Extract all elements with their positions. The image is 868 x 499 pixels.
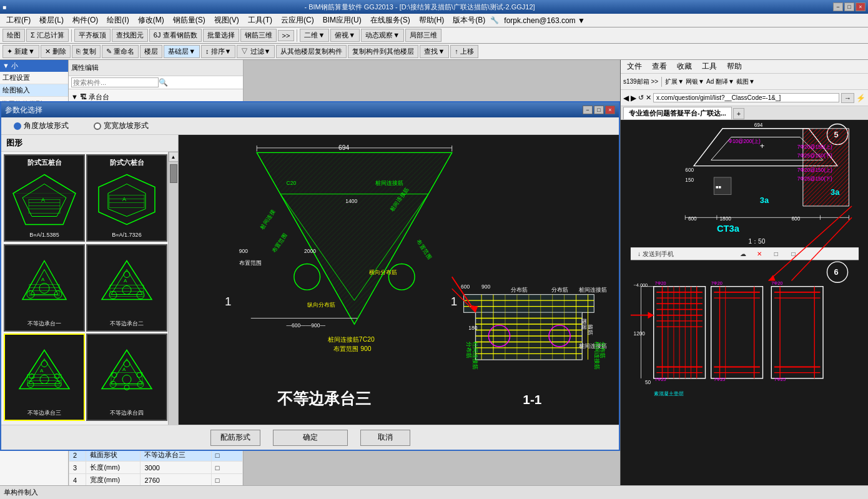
menu-item-online[interactable]: 在线服务(S)	[367, 14, 414, 27]
svg-text:C20: C20	[287, 180, 297, 186]
svg-text:素混凝土垫层: 素混凝土垫层	[654, 391, 684, 397]
shape-thumb-6[interactable]: A 不等边承台四	[86, 333, 167, 421]
shape-thumb-2[interactable]: 阶式六桩台 A B=A/1.7326	[86, 154, 167, 242]
shape-thumb-1[interactable]: 阶式五桩台 A	[4, 154, 85, 242]
minimize-button[interactable]: −	[833, 2, 843, 11]
close-button[interactable]: ×	[856, 2, 866, 11]
prop-row-4-value[interactable]: 2760	[141, 474, 211, 487]
menu-item-tools[interactable]: 工具(T)	[244, 14, 276, 27]
menu-item-draw[interactable]: 绘图(I)	[103, 14, 132, 27]
dialog-maximize-button[interactable]: □	[594, 106, 604, 114]
menu-item-user[interactable]: forpk.chen@163.com ▼	[500, 15, 588, 26]
browser-new-tab[interactable]: +	[733, 108, 744, 119]
tb-local-3d[interactable]: 局部三维	[405, 29, 441, 42]
browser-screenshot[interactable]: 截图▼	[736, 77, 755, 86]
menu-item-bim[interactable]: BIM应用(U)	[319, 14, 365, 27]
tb-rebar-view[interactable]: 6J 查看钢筋数	[149, 29, 202, 42]
browser-address-input[interactable]	[653, 93, 839, 102]
tb-top-view[interactable]: 俯视▼	[330, 29, 360, 42]
menu-item-cloud[interactable]: 云应用(C)	[277, 14, 318, 27]
menu-item-view[interactable]: 视图(V)	[210, 14, 243, 27]
radio-width-slope[interactable]: 宽宽放坡形式	[94, 121, 149, 131]
tb-new[interactable]: ✦ 新建▼	[2, 45, 39, 58]
svg-text:180: 180	[468, 325, 477, 331]
browser-menu-bookmarks[interactable]: 收藏	[673, 60, 696, 73]
config-rebar-button[interactable]: 配筋形式	[210, 430, 260, 446]
tb-more[interactable]: >>	[278, 30, 295, 41]
ok-button[interactable]: 确定	[273, 430, 348, 446]
scroll-up[interactable]: ▲	[169, 152, 179, 162]
browser-menu-view[interactable]: 查看	[648, 60, 671, 73]
left-item-project-settings[interactable]: 工程设置	[0, 72, 68, 84]
shapes-scrollbar[interactable]: ▲ ▼	[168, 152, 178, 425]
tb-3d-rebar[interactable]: 钢筋三维	[240, 29, 277, 42]
tb-copy-from-floor[interactable]: 从其他楼层复制构件	[276, 45, 347, 58]
scroll-thumb[interactable]	[170, 164, 177, 183]
menu-item-component[interactable]: 构件(O)	[69, 14, 102, 27]
svg-text:☁: ☁	[740, 250, 746, 257]
radio-angle-label: 角度放坡形式	[24, 121, 69, 131]
svg-point-53	[137, 373, 142, 378]
cancel-button[interactable]: 取消	[360, 430, 410, 446]
left-item-draw-input[interactable]: 绘图输入	[0, 84, 68, 97]
tb-floor[interactable]: 楼层	[140, 45, 162, 58]
browser-go[interactable]: →	[841, 93, 854, 103]
search-input[interactable]	[71, 77, 159, 87]
prop-row-3-value[interactable]: 3000	[141, 462, 211, 474]
radio-width-dot	[94, 122, 101, 130]
tb-filter[interactable]: ▽ 过滤▼	[237, 45, 275, 58]
shape-thumb-5[interactable]: A 不等边承台三	[4, 333, 85, 421]
menu-item-floor[interactable]: 楼层(L)	[36, 14, 67, 27]
browser-menu-tools[interactable]: 工具	[698, 60, 721, 73]
radio-angle-slope[interactable]: 角度放坡形式	[14, 121, 69, 131]
drawing-canvas: 694 C20 桩间连接筋 桩间连接 布置范围 桩间连接筋 布置范围 桩间连接筋…	[179, 135, 619, 425]
maximize-button[interactable]: □	[844, 2, 854, 11]
svg-text:3a: 3a	[831, 187, 840, 197]
tb-search[interactable]: 查找▼	[420, 45, 449, 58]
svg-text:150: 150	[685, 177, 694, 183]
tb-batch[interactable]: 批量选择	[203, 29, 239, 42]
browser-menu-help[interactable]: 帮助	[723, 60, 746, 73]
svg-point-39	[41, 361, 47, 367]
drawing-area: 694 C20 桩间连接筋 桩间连接 布置范围 桩间连接筋 布置范围 桩间连接筋…	[179, 135, 619, 425]
menu-item-version[interactable]: 版本号(B)	[449, 14, 489, 27]
tb-copy-to-floor[interactable]: 复制构件到其他楼层	[348, 45, 418, 58]
shape-svg-3: A	[7, 248, 82, 320]
menu-item-rebar[interactable]: 钢筋量(S)	[169, 14, 209, 27]
tb-rename[interactable]: ✎ 重命名	[102, 45, 139, 58]
dialog-close-button[interactable]: ×	[605, 106, 615, 114]
browser-netbank[interactable]: 网银▼	[686, 77, 704, 86]
tb-move-up[interactable]: ↑ 上移	[450, 45, 478, 58]
menu-item-help[interactable]: 帮助(H)	[415, 14, 448, 27]
dialog-minimize-button[interactable]: −	[583, 106, 593, 114]
tb-calc[interactable]: Σ 汇总计算	[26, 29, 69, 42]
tb-find[interactable]: 查找图元	[112, 29, 148, 42]
tb-align[interactable]: 平齐板顶	[74, 29, 111, 42]
browser-translate[interactable]: Ad 翻译▼	[706, 77, 734, 86]
menu-item-project[interactable]: 工程(F)	[2, 14, 34, 27]
browser-stop[interactable]: ✕	[646, 94, 651, 102]
browser-tab-active[interactable]: 专业造价问题答疑平台-广联达...	[623, 107, 732, 119]
browser-back[interactable]: ◀	[623, 94, 629, 102]
tb-2d[interactable]: 二维▼	[300, 29, 329, 42]
tb-copy[interactable]: ⎘ 复制	[72, 45, 101, 58]
tb-sort[interactable]: ↕ 排序▼	[201, 45, 235, 58]
app-icon: ■	[2, 4, 6, 11]
browser-refresh[interactable]: ↺	[638, 94, 644, 102]
browser-menu-file[interactable]: 文件	[623, 60, 646, 73]
svg-text:7Φ20: 7Φ20	[711, 280, 723, 286]
menu-item-modify[interactable]: 修改(M)	[134, 14, 168, 27]
tb-dynamic[interactable]: 动态观察▼	[361, 29, 404, 42]
tb-delete[interactable]: ✕ 删除	[41, 45, 71, 58]
browser-inbox[interactable]: s139邮箱 >>	[623, 77, 658, 86]
shape-thumb-3[interactable]: A 不等边承台一	[4, 244, 85, 332]
browser-expand[interactable]: 扩展▼	[665, 77, 684, 86]
tb-base-floor[interactable]: 基础层▼	[164, 45, 200, 58]
svg-text:7Φ20: 7Φ20	[771, 280, 782, 286]
svg-rect-171	[771, 287, 823, 378]
shape-thumb-4[interactable]: A 不等边承台二	[86, 244, 167, 332]
prop-row-3: 3 长度(mm) 3000 □	[69, 462, 243, 474]
svg-marker-35	[29, 359, 60, 384]
tb-draw[interactable]: 绘图	[2, 29, 25, 42]
browser-forward[interactable]: ▶	[631, 94, 636, 102]
